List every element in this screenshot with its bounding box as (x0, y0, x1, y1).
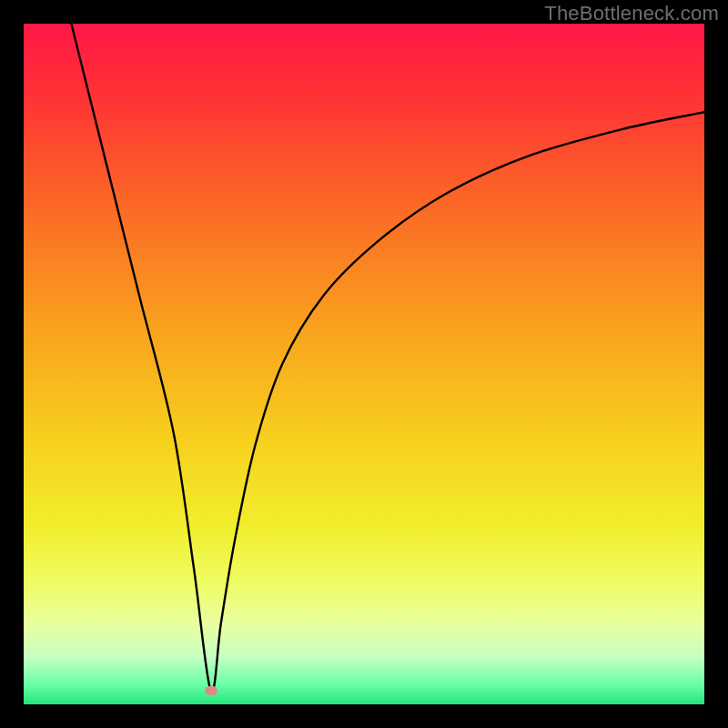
chart-container: TheBottleneck.com (0, 0, 728, 728)
minimum-marker (205, 686, 217, 695)
watermark-text: TheBottleneck.com (544, 2, 719, 25)
plot-area (24, 24, 704, 704)
curve-layer (24, 24, 704, 704)
bottleneck-curve (71, 24, 704, 692)
